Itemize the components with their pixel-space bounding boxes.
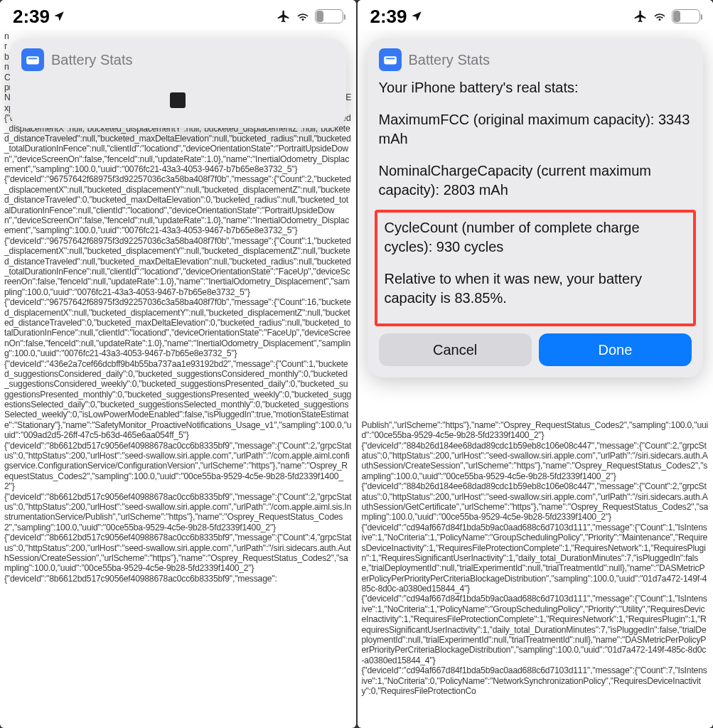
airplane-mode-icon <box>277 9 291 23</box>
location-icon <box>410 10 423 23</box>
stop-button[interactable] <box>170 92 186 108</box>
popup-loading-area <box>21 78 335 117</box>
popup-title: Battery Stats <box>51 52 133 68</box>
shortcut-icon <box>21 48 44 71</box>
popup-title: Battery Stats <box>409 52 490 68</box>
battery-percent: 29 <box>672 11 699 21</box>
status-time: 2:39 <box>370 6 407 28</box>
popup-body: Your iPhone battery's real stats: Maximu… <box>379 78 692 326</box>
wifi-icon <box>652 10 668 23</box>
status-time: 2:39 <box>13 6 50 28</box>
status-bar: 2:39 30 <box>0 0 356 30</box>
shortcut-popup: Battery Stats Your iPhone battery's real… <box>368 38 704 378</box>
status-bar: 2:39 29 <box>358 0 714 30</box>
battery-percent: 30 <box>316 11 343 21</box>
battery-icon: 30 <box>315 9 343 23</box>
battery-icon: 29 <box>672 9 700 23</box>
result-nominal: NominalChargeCapacity (current maximum c… <box>379 161 692 200</box>
right-phone: 2:39 29 <box>358 0 714 728</box>
location-icon <box>53 10 65 23</box>
wifi-icon <box>295 10 311 23</box>
cancel-button[interactable]: Cancel <box>379 333 532 366</box>
shortcut-popup: Battery Stats <box>10 38 346 128</box>
result-relative: Relative to when it was new, your batter… <box>385 269 687 308</box>
svg-rect-2 <box>384 56 397 64</box>
result-cyclecount: CycleCount (number of complete charge cy… <box>385 218 687 257</box>
svg-rect-1 <box>28 58 38 60</box>
result-intro: Your iPhone battery's real stats: <box>379 78 692 97</box>
airplane-mode-icon <box>633 9 648 23</box>
left-phone: 2:39 30 n r b n Carr productSku":"HN/A",… <box>0 0 356 728</box>
done-button[interactable]: Done <box>539 333 692 366</box>
shortcut-icon <box>379 48 402 71</box>
svg-rect-3 <box>385 58 395 60</box>
svg-rect-0 <box>26 56 39 64</box>
result-maxfcc: MaximumFCC (original maximum capacity): … <box>379 110 692 149</box>
highlight-annotation: CycleCount (number of complete charge cy… <box>375 210 697 326</box>
